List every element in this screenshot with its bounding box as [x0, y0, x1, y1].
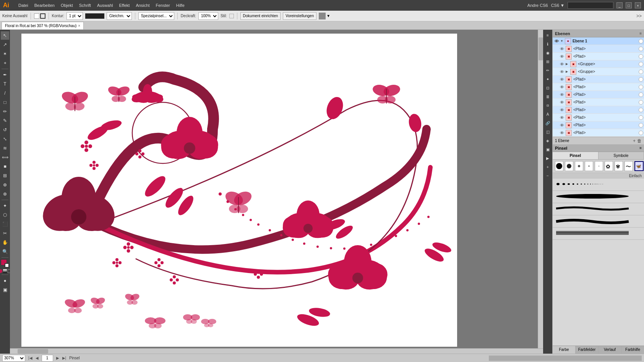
tab-farbhilfe[interactable]: Farbhilfe	[621, 346, 644, 354]
document-tab[interactable]: Floral in Rot.ai bei 307 % (RGB/Vorschau…	[2, 22, 84, 29]
direct-select-tool[interactable]: ↗	[1, 40, 9, 49]
brushes-panel-header[interactable]: Pinsel ≡	[553, 144, 644, 152]
zoom-tool[interactable]: 🔍	[1, 247, 9, 256]
menu-schrift[interactable]: Schrift	[79, 3, 91, 8]
layer-row-p8[interactable]: 👁 ▣ <Pfad>	[553, 114, 644, 121]
brushes-panel-icon[interactable]: ✏	[544, 66, 552, 74]
nav-prev-prev[interactable]: |◀	[28, 356, 32, 360]
maximize-button[interactable]: □	[626, 2, 632, 8]
eye-icon-p6[interactable]: 👁	[559, 99, 565, 105]
stroke-width-select[interactable]: 1 pt	[67, 12, 83, 20]
brush-select[interactable]: Spezialpinsel...	[138, 12, 174, 20]
opacity-select[interactable]: 100%	[198, 12, 218, 20]
transform-panel-icon[interactable]: ⊡	[544, 84, 552, 92]
style-box[interactable]	[229, 14, 234, 18]
appearance-panel-icon[interactable]: ◈	[544, 137, 552, 144]
lasso-tool[interactable]: ⌖	[1, 59, 9, 67]
live-paint-tool[interactable]: ⊗	[1, 190, 9, 198]
swatch-black-dot[interactable]	[555, 161, 563, 171]
vertical-scrollbar[interactable]	[538, 30, 543, 348]
tab-verlauf[interactable]: Verlauf	[599, 346, 621, 354]
layer-row-gruppe1[interactable]: 👁 ▶ ▣ <Gruppe>	[553, 60, 644, 68]
layer-row-p9[interactable]: 👁 ▣ <Pfad>	[553, 121, 644, 129]
shape-builder-tool[interactable]: ⊕	[1, 181, 9, 189]
close-button[interactable]: ×	[635, 2, 641, 8]
align-panel-icon[interactable]: ≣	[544, 93, 552, 100]
tab-pinsel[interactable]: Pinsel	[553, 152, 599, 159]
links-panel-icon[interactable]: 🔗	[544, 119, 552, 127]
brush-preview-row-0[interactable]	[553, 179, 644, 191]
pencil-tool[interactable]: ✎	[1, 116, 9, 125]
gradient-mode-btn[interactable]	[3, 269, 7, 273]
zoom-select[interactable]: 307%	[2, 355, 25, 362]
info-panel-icon[interactable]: ℹ	[544, 40, 552, 48]
expand-arrow-g1[interactable]: ▶	[566, 62, 569, 66]
layer-row-1[interactable]: 👁 ▣ <Pfad>	[553, 53, 644, 60]
layers-new-btn[interactable]: +	[633, 138, 636, 144]
fill-swatch[interactable]	[34, 13, 39, 19]
horizontal-scrollbar[interactable]	[10, 348, 543, 354]
pen-tool[interactable]: ✒	[1, 71, 9, 79]
swatches-panel-icon[interactable]: ⊞	[544, 58, 552, 65]
type-panel-icon[interactable]: A	[544, 110, 552, 118]
brush-add-icon[interactable]: +	[544, 163, 552, 171]
layers-panel-header[interactable]: Ebenen ≡	[553, 30, 644, 37]
layer-row-0[interactable]: 👁 ▣ <Pfad>	[553, 45, 644, 53]
color-panel-icon[interactable]: ◉	[544, 49, 552, 57]
rect-tool[interactable]: □	[1, 98, 9, 107]
rotate-tool[interactable]: ↺	[1, 126, 9, 134]
nav-prev[interactable]: ◀	[36, 356, 39, 360]
graphic-styles-icon[interactable]: ▣	[544, 145, 552, 153]
layers-panel-icon[interactable]: ≡	[544, 31, 552, 39]
menu-datei[interactable]: Datei	[18, 3, 28, 8]
eye-icon-1[interactable]: 👁	[559, 53, 565, 60]
menu-effekt[interactable]: Effekt	[119, 3, 130, 8]
extra-icon1[interactable]	[319, 13, 326, 19]
h-scroll-thumb[interactable]	[18, 349, 48, 354]
magic-wand-tool[interactable]: ✶	[1, 50, 9, 58]
preferences-button[interactable]: Voreinstellungen	[283, 12, 316, 20]
blend-tool[interactable]: ⬡	[1, 211, 9, 219]
pathfinder-panel-icon[interactable]: ⧈	[544, 102, 552, 109]
eye-icon-p7[interactable]: 👁	[559, 107, 565, 113]
eye-icon-p10[interactable]: 👁	[559, 130, 565, 136]
eye-icon-p8[interactable]: 👁	[559, 115, 565, 121]
layer-row-p6[interactable]: 👁 ▣ <Pfad>	[553, 99, 644, 106]
layers-menu-btn[interactable]: ≡	[639, 31, 642, 36]
eye-icon-g2[interactable]: 👁	[559, 69, 565, 75]
layers-delete-btn[interactable]: 🗑	[637, 138, 642, 144]
brush-preview-row-2[interactable]	[553, 203, 644, 215]
layer-row-p5[interactable]: 👁 ▣ <Pfad>	[553, 91, 644, 99]
layer-row-p3[interactable]: 👁 ▣ <Pfad>	[553, 76, 644, 83]
hand-tool[interactable]: ✋	[1, 238, 9, 247]
swatch-pattern1[interactable]: ✿	[605, 161, 613, 171]
slice-tool[interactable]: ✂	[1, 229, 9, 238]
eye-icon-p5[interactable]: 👁	[559, 92, 565, 98]
mesh-tool[interactable]: ⊞	[1, 171, 9, 180]
canvas-area[interactable]	[10, 30, 543, 354]
tab-close-button[interactable]: ×	[78, 24, 80, 28]
eye-icon-main[interactable]: 👁	[553, 38, 560, 44]
v-scroll-thumb[interactable]	[539, 37, 543, 60]
eye-icon-p9[interactable]: 👁	[559, 122, 565, 128]
brush-preview-row-1[interactable]	[553, 191, 644, 203]
eyedropper-tool[interactable]: ✦	[1, 202, 9, 210]
fill-stroke-widget[interactable]	[1, 259, 9, 268]
eye-icon-0[interactable]: 👁	[559, 46, 565, 52]
brush-preview-row-3[interactable]	[553, 215, 644, 228]
tab-symbole[interactable]: Symbole	[599, 152, 644, 159]
panel-toggle[interactable]: >>	[636, 13, 642, 19]
menu-hilfe[interactable]: Hilfe	[176, 3, 185, 8]
nav-next-next[interactable]: ▶|	[62, 356, 67, 360]
menu-fenster[interactable]: Fenster	[156, 3, 170, 8]
paintbrush-tool[interactable]: ✏	[1, 107, 9, 116]
layer-row-p7[interactable]: 👁 ▣ <Pfad>	[553, 106, 644, 114]
brush-delete-icon[interactable]: −	[544, 172, 552, 179]
swatch-dot-med[interactable]	[585, 161, 593, 171]
swatch-dot-sm[interactable]	[575, 161, 583, 171]
draw-mode-btn[interactable]: ●	[1, 276, 9, 285]
document-setup-button[interactable]: Dokument einrichten	[240, 12, 281, 20]
page-number-input[interactable]	[42, 355, 53, 362]
swatch-pattern2[interactable]: ✾	[615, 161, 623, 171]
layer-row-p4[interactable]: 👁 ▣ <Pfad>	[553, 83, 644, 91]
